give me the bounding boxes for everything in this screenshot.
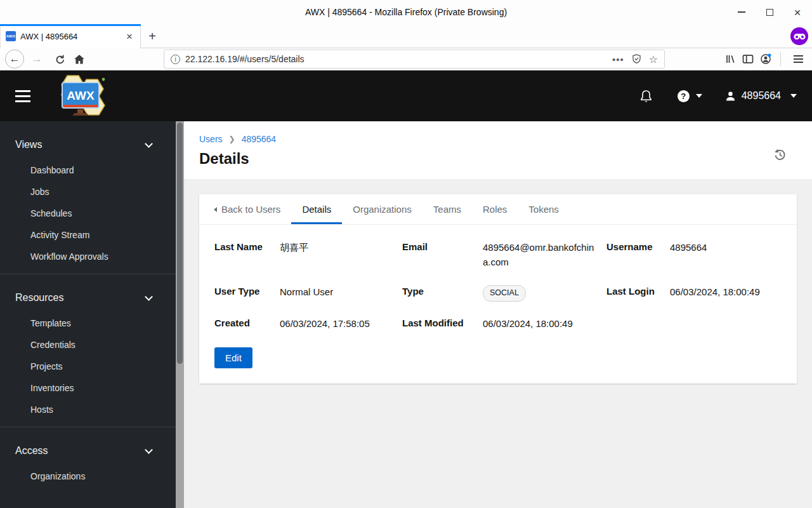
breadcrumb-users-link[interactable]: Users: [199, 134, 223, 144]
sidebar-item-schedules[interactable]: Schedules: [0, 203, 176, 224]
tab-details[interactable]: Details: [291, 194, 342, 224]
url-bar[interactable]: i 22.122.16.19/#/users/5/details ••• ☆: [164, 50, 665, 69]
url-text[interactable]: 22.122.16.19/#/users/5/details: [185, 54, 607, 64]
detail-value: SOCIAL: [483, 284, 526, 302]
new-tab-button[interactable]: +: [141, 24, 164, 48]
content-area: Back to UsersDetailsOrganizationsTeamsRo…: [184, 179, 812, 508]
masthead-username: 4895664: [742, 90, 781, 102]
browser-tab[interactable]: AWX AWX | 4895664 ×: [0, 24, 141, 48]
activity-stream-button[interactable]: [773, 148, 787, 161]
sidebar-item-workflow-approvals[interactable]: Workflow Approvals: [0, 246, 176, 267]
sidebar-scrollbar[interactable]: [176, 121, 184, 508]
detail-type: TypeSOCIAL: [402, 284, 606, 302]
detail-label: Last Name: [214, 240, 280, 255]
svg-text:AWX: AWX: [67, 89, 95, 102]
user-icon: [725, 91, 736, 102]
page-actions-icon[interactable]: •••: [612, 54, 624, 65]
tab-tokens[interactable]: Tokens: [518, 194, 570, 224]
minimize-icon: [738, 11, 745, 13]
detail-value: 06/03/2024, 17:58:05: [280, 316, 370, 331]
back-button[interactable]: ←: [5, 50, 24, 69]
edit-button[interactable]: Edit: [214, 347, 252, 368]
back-arrow-icon: [214, 207, 217, 212]
detail-email: Email4895664@omr.bankofchina.com: [402, 240, 606, 270]
sidebar-item-hosts[interactable]: Hosts: [0, 399, 176, 420]
sidebar-section-label: Views: [15, 139, 42, 150]
detail-value: 胡喜平: [280, 240, 308, 255]
window-titlebar: AWX | 4895664 - Mozilla Firefox (Private…: [0, 0, 812, 24]
home-button[interactable]: [70, 50, 89, 68]
detail-label: Username: [606, 240, 670, 255]
sidebar-section-toggle-resources[interactable]: Resources: [0, 283, 176, 312]
navbar-right-icons: [725, 52, 807, 66]
page-title: Details: [199, 150, 797, 168]
sidebars-icon[interactable]: [742, 54, 754, 64]
help-menu[interactable]: ?: [678, 90, 702, 102]
chevron-down-icon: [696, 94, 702, 98]
awx-favicon-icon: AWX: [6, 31, 16, 41]
tab-label: Back to Users: [221, 204, 280, 215]
sidebar-item-projects[interactable]: Projects: [0, 356, 176, 377]
user-menu[interactable]: 4895664: [725, 90, 797, 102]
forward-button[interactable]: →: [28, 53, 46, 65]
sidebar-item-jobs[interactable]: Jobs: [0, 181, 176, 203]
awx-logo: AWX: [48, 74, 113, 117]
tab-title: AWX | 4895664: [20, 32, 119, 41]
sidebar-item-credentials[interactable]: Credentials: [0, 334, 176, 356]
toolbar-separator: [780, 52, 781, 66]
maximize-icon: [766, 9, 773, 16]
detail-value: 06/03/2024, 18:00:49: [670, 284, 760, 299]
close-tab-icon[interactable]: ×: [124, 31, 135, 42]
close-window-button[interactable]: ×: [792, 6, 803, 18]
reload-icon: [54, 54, 65, 65]
scrollbar-thumb[interactable]: [177, 123, 183, 364]
detail-last-modified: Last Modified06/03/2024, 18:00:49: [402, 316, 606, 331]
breadcrumb: Users ❯ 4895664: [199, 134, 797, 144]
tab-organizations[interactable]: Organizations: [342, 194, 422, 224]
site-info-icon[interactable]: i: [171, 55, 180, 64]
home-icon: [74, 54, 85, 65]
detail-created: Created06/03/2024, 17:58:05: [214, 316, 402, 331]
sidebar-section-toggle-access[interactable]: Access: [0, 436, 176, 465]
detail-value: 4895664: [670, 240, 707, 255]
sidebar-item-inventories[interactable]: Inventories: [0, 377, 176, 399]
tab-label: Organizations: [353, 204, 412, 215]
tab-teams[interactable]: Teams: [422, 194, 472, 224]
app-menu-icon[interactable]: [790, 55, 807, 63]
notifications-bell-icon[interactable]: [640, 90, 652, 103]
library-icon[interactable]: [725, 54, 736, 64]
sidebar-item-dashboard[interactable]: Dashboard: [0, 159, 176, 181]
type-badge: SOCIAL: [483, 285, 526, 302]
sidebar-section-toggle-views[interactable]: Views: [0, 130, 176, 159]
sidebar-item-organizations[interactable]: Organizations: [0, 465, 176, 487]
chevron-down-icon: [145, 140, 153, 148]
tab-label: Roles: [483, 204, 507, 215]
detail-label: Created: [214, 316, 280, 331]
reload-button[interactable]: [49, 50, 69, 68]
detail-label: Last Modified: [402, 316, 483, 331]
sidebar-section-access: AccessOrganizations: [0, 427, 176, 493]
detail-username: Username4895664: [606, 240, 782, 270]
tab-roles[interactable]: Roles: [472, 194, 518, 224]
account-icon[interactable]: [760, 53, 771, 65]
bookmark-star-icon[interactable]: ☆: [649, 53, 658, 65]
detail-value: 4895664@omr.bankofchina.com: [483, 240, 599, 270]
tab-label: Details: [302, 204, 331, 215]
detail-last-login: Last Login06/03/2024, 18:00:49: [606, 284, 782, 302]
detail-label: User Type: [214, 284, 280, 299]
maximize-button[interactable]: [764, 6, 775, 18]
sidebar-item-activity-stream[interactable]: Activity Stream: [0, 224, 176, 246]
detail-label: Email: [402, 240, 483, 255]
sidebar-item-templates[interactable]: Templates: [0, 312, 176, 334]
chevron-down-icon: [145, 293, 153, 301]
detail-value: Normal User: [280, 284, 333, 299]
sidebar-section-label: Access: [15, 445, 48, 457]
nav-toggle-button[interactable]: [15, 90, 30, 102]
help-icon: ?: [678, 90, 690, 102]
breadcrumb-user-link[interactable]: 4895664: [242, 134, 277, 144]
tab-back-to-users[interactable]: Back to Users: [203, 194, 291, 224]
masthead-actions: ? 4895664: [640, 90, 797, 103]
tracking-shield-icon[interactable]: [632, 54, 641, 64]
minimize-button[interactable]: [736, 6, 747, 18]
awx-masthead: AWX ? 4895664: [0, 70, 812, 121]
